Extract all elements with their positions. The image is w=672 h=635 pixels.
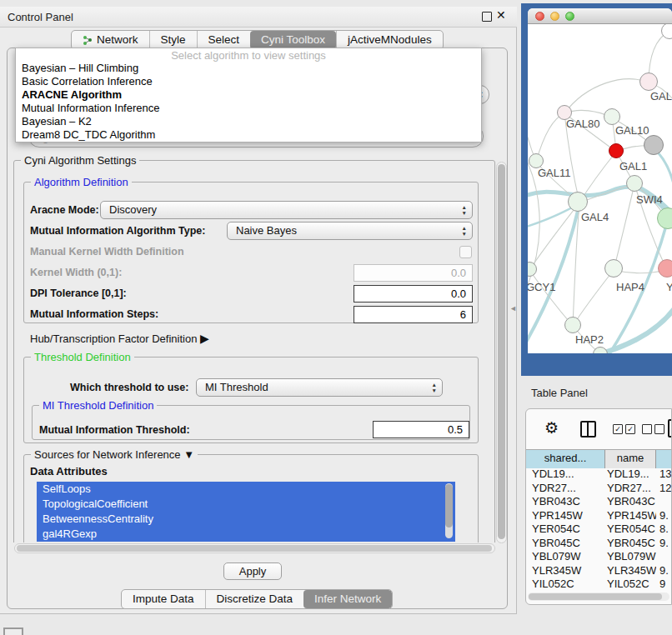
table-row[interactable]: YIL052CYIL052C9 xyxy=(526,578,672,591)
scrollbar-thumb[interactable] xyxy=(445,484,453,528)
mi-steps-field[interactable]: 6 xyxy=(354,306,473,323)
sources-title[interactable]: Sources for Network Inference ▼ xyxy=(31,448,198,461)
network-window[interactable]: GALGAL80GAL10GAL11GAL1GAL4SWI4GCY1HAP4YH… xyxy=(528,8,672,353)
table-row[interactable]: YBL079WYBL079W xyxy=(526,550,672,564)
close-panel-icon[interactable]: ✕ xyxy=(496,8,506,22)
settings-vertical-scrollbar[interactable] xyxy=(496,162,507,543)
minimized-panel-icon[interactable] xyxy=(3,628,23,635)
network-node[interactable] xyxy=(604,108,620,125)
network-node[interactable] xyxy=(658,259,672,278)
attributes-scrollbar[interactable] xyxy=(445,483,453,538)
manual-kernel-checkbox[interactable] xyxy=(459,246,472,258)
table-cell[interactable]: 12 xyxy=(656,482,672,496)
attribute-item[interactable]: SelfLoops xyxy=(37,482,455,497)
splitter-collapse-icon[interactable]: ◄ xyxy=(509,304,517,312)
attribute-item[interactable]: BetweennessCentrality xyxy=(37,512,455,527)
table-cell[interactable]: YLR345W xyxy=(526,564,605,578)
mi-algorithm-type-combo[interactable]: Naive Bayes ▲▼ xyxy=(227,222,473,240)
tab-discretize-data[interactable]: Discretize Data xyxy=(205,590,304,608)
table-cell[interactable]: YIL052C xyxy=(605,578,656,591)
minimize-window-icon[interactable] xyxy=(550,12,559,21)
tab-cyni-toolbox[interactable]: Cyni Toolbox xyxy=(250,31,336,49)
algorithm-option[interactable]: Mutual Information Inference xyxy=(16,102,481,115)
settings-horizontal-scrollbar[interactable] xyxy=(14,543,495,553)
algorithm-option[interactable]: Basic Correlation Inference xyxy=(16,75,481,88)
table-cell[interactable]: YBR045C xyxy=(605,537,656,551)
apply-button[interactable]: Apply xyxy=(223,562,282,580)
scrollbar-thumb[interactable] xyxy=(17,545,492,552)
network-node[interactable] xyxy=(604,259,623,278)
tab-style[interactable]: Style xyxy=(149,31,197,49)
network-node[interactable] xyxy=(639,72,658,91)
attribute-item[interactable]: gal4RGexp xyxy=(37,527,455,542)
tab-network[interactable]: Network xyxy=(72,31,149,49)
algorithm-option[interactable]: Bayesian – K2 xyxy=(16,115,481,128)
table-row[interactable]: YBR045CYBR045C9. xyxy=(526,537,672,551)
table-row[interactable]: YER054CYER054C8. xyxy=(526,522,672,537)
table-cell[interactable]: YPR145W xyxy=(526,509,605,523)
table-cell[interactable] xyxy=(656,550,672,564)
tab-select[interactable]: Select xyxy=(197,31,251,49)
mi-threshold-field[interactable]: 0.5 xyxy=(373,421,469,438)
unselect-all-checks-icon[interactable] xyxy=(642,424,664,434)
table-cell[interactable]: YBL079W xyxy=(605,550,656,564)
select-all-checks-icon[interactable]: ✓ ✓ xyxy=(613,424,635,434)
tab-infer-network[interactable]: Infer Network xyxy=(303,590,392,608)
table-cell[interactable]: 9. xyxy=(656,509,672,523)
table-cell[interactable]: YBR043C xyxy=(605,495,656,509)
table-cell[interactable]: YPR145W xyxy=(605,509,656,523)
table-row[interactable]: YDL19...YDL19...13 xyxy=(526,468,672,482)
table-cell[interactable]: YER054C xyxy=(526,522,605,537)
network-node[interactable] xyxy=(564,317,581,333)
gear-icon[interactable]: ⚙ xyxy=(544,418,559,438)
dpi-tolerance-field[interactable]: 0.0 xyxy=(354,285,473,302)
float-panel-icon[interactable] xyxy=(482,12,492,22)
table-row[interactable]: YLR345WYLR345W9. xyxy=(526,564,672,578)
network-node[interactable] xyxy=(644,135,664,155)
which-threshold-combo[interactable]: MI Threshold ▲▼ xyxy=(196,378,443,397)
table-cell[interactable]: YDR27... xyxy=(605,482,656,496)
column-header-partial[interactable] xyxy=(656,450,672,468)
table-horizontal-scrollbar[interactable] xyxy=(528,592,669,601)
network-node[interactable] xyxy=(626,175,643,192)
close-window-icon[interactable] xyxy=(535,12,544,21)
network-node[interactable] xyxy=(568,192,588,212)
table-cell[interactable]: YDL19... xyxy=(605,468,656,482)
table-cell[interactable]: 13 xyxy=(656,468,672,482)
aracne-mode-combo[interactable]: Discovery ▲▼ xyxy=(100,201,473,219)
table-row[interactable]: YDR27...YDR27...12 xyxy=(526,482,672,496)
table-cell[interactable]: YDL19... xyxy=(526,468,605,482)
split-columns-icon[interactable] xyxy=(580,421,596,438)
table-cell[interactable]: YBL079W xyxy=(526,550,605,564)
column-header-name[interactable]: name xyxy=(605,450,656,468)
scrollbar-thumb[interactable] xyxy=(529,593,662,600)
column-header-shared-name[interactable]: shared... xyxy=(526,450,605,468)
table-cell[interactable]: YIL052C xyxy=(526,578,605,591)
algorithm-option-highlighted[interactable]: ARACNE Algorithm xyxy=(16,88,481,102)
scrollbar-thumb[interactable] xyxy=(498,164,505,539)
algorithm-option[interactable]: Dream8 DC_TDC Algorithm xyxy=(16,128,481,142)
table-cell[interactable]: 9. xyxy=(656,537,672,551)
table-cell[interactable]: YER054C xyxy=(605,522,656,537)
hub-section-toggle[interactable]: Hub/Transcription Factor Definition ▶ xyxy=(30,332,209,345)
network-node[interactable] xyxy=(609,143,624,158)
table-cell[interactable] xyxy=(656,495,672,509)
tab-jactivemnodules[interactable]: jActiveMNodules xyxy=(336,31,443,49)
table-cell[interactable]: 9 xyxy=(656,578,672,591)
table-cell[interactable]: YDR27... xyxy=(526,482,605,496)
table-cell[interactable]: YBR043C xyxy=(526,495,605,509)
table-cell[interactable]: 9. xyxy=(656,564,672,578)
table-row[interactable]: YPR145WYPR145W9. xyxy=(526,509,672,523)
table-cell[interactable]: YBR045C xyxy=(526,537,605,551)
attribute-item[interactable]: TopologicalCoefficient xyxy=(37,497,455,512)
new-column-icon[interactable] xyxy=(668,419,672,438)
tab-impute-data[interactable]: Impute Data xyxy=(122,590,205,608)
network-window-titlebar[interactable] xyxy=(528,8,672,24)
kernel-width-field[interactable]: 0.0 xyxy=(354,264,473,282)
table-cell[interactable]: YLR345W xyxy=(605,564,656,578)
network-canvas[interactable]: GALGAL80GAL10GAL11GAL1GAL4SWI4GCY1HAP4YH… xyxy=(528,24,672,353)
algorithm-option[interactable]: Bayesian – Hill Climbing xyxy=(16,62,481,75)
table-row[interactable]: YBR043CYBR043C xyxy=(526,495,672,509)
zoom-window-icon[interactable] xyxy=(565,12,574,21)
table-cell[interactable]: 8. xyxy=(656,522,672,537)
